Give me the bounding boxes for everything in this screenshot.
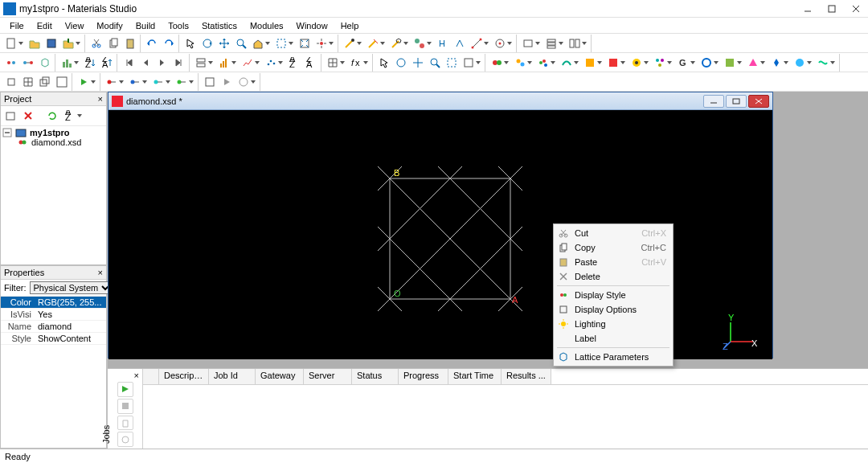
center-view-button[interactable] (313, 35, 336, 51)
create-centroid-button[interactable] (492, 35, 514, 51)
menu-window[interactable]: Window (290, 19, 334, 32)
jobs-col-results[interactable]: Results ... (502, 369, 551, 384)
properties-close-icon[interactable]: × (98, 268, 103, 277)
jobs-col-progress[interactable]: Progress (399, 369, 448, 384)
modify-element-button[interactable] (411, 35, 434, 51)
func-insert-button[interactable]: fx (348, 55, 371, 71)
jobs-col-server[interactable]: Server (304, 369, 352, 384)
cell-single-button[interactable] (3, 74, 19, 90)
module-7-button[interactable] (628, 55, 651, 71)
copy-button[interactable] (105, 35, 121, 51)
context-menu-display-style[interactable]: Display Style (554, 288, 673, 302)
grid-toggle-button[interactable] (325, 55, 347, 71)
picker-zoom-button[interactable] (427, 55, 443, 71)
jobs-delete-button[interactable] (117, 416, 133, 431)
redo-button[interactable] (161, 35, 177, 51)
jobs-col-starttime[interactable]: Start Time (448, 369, 502, 384)
context-menu-lattice-parameters[interactable]: Lattice Parameters (554, 350, 673, 364)
cell-grid-button[interactable] (20, 74, 36, 90)
menu-help[interactable]: Help (334, 19, 366, 32)
prop-row-color[interactable]: ColorRGB(255, 255... (1, 297, 106, 309)
cell-full-button[interactable] (54, 74, 70, 90)
import-button[interactable] (60, 35, 83, 51)
next-last-button[interactable] (171, 55, 187, 71)
doc-close-button[interactable] (748, 95, 769, 108)
jobs-stop-button[interactable] (117, 399, 133, 414)
jobs-run-button[interactable] (117, 382, 133, 397)
bond-red-button[interactable] (104, 74, 126, 90)
sort-chart-asc-button[interactable]: AZ (286, 55, 302, 71)
split-view-button[interactable] (567, 35, 589, 51)
menu-statistics[interactable]: Statistics (195, 19, 244, 32)
sketch-fragment-button[interactable] (365, 35, 387, 51)
open-button[interactable] (27, 35, 43, 51)
module-1-button[interactable] (489, 55, 511, 71)
module-12-button[interactable] (745, 55, 768, 71)
sketch-ring-button[interactable] (388, 35, 411, 51)
picker-rotate-button[interactable] (393, 55, 409, 71)
sort-asc-button[interactable]: AZ (82, 55, 98, 71)
picker-fit-button[interactable] (461, 55, 483, 71)
project-new-folder-button[interactable] (2, 108, 18, 124)
clean-button[interactable] (452, 35, 468, 51)
chart-bar-button[interactable] (216, 55, 239, 71)
paste-button[interactable] (122, 35, 138, 51)
context-menu-lighting[interactable]: Lighting (554, 317, 673, 331)
picker-pointer-button[interactable] (376, 55, 392, 71)
project-tree-item[interactable]: diamond.xsd (2, 137, 104, 147)
bond-blue-button[interactable] (127, 74, 149, 90)
jobs-col-description[interactable]: Descript... (159, 369, 209, 384)
jobs-table-body[interactable] (143, 385, 868, 449)
jobs-col-status[interactable]: Status (352, 369, 399, 384)
bond-cyan-button[interactable] (150, 74, 173, 90)
menu-modify[interactable]: Modify (90, 19, 129, 32)
context-menu-display-options[interactable]: Display Options (554, 302, 673, 317)
crystal-dialog-button[interactable] (37, 55, 53, 71)
context-menu-copy[interactable]: CopyCtrl+C (554, 240, 673, 255)
fit-view-button[interactable] (297, 35, 313, 51)
prop-row-style[interactable]: StyleShowContent (1, 333, 106, 345)
module-15-button[interactable] (815, 55, 837, 71)
sort-chart-desc-button[interactable]: ZA (303, 55, 319, 71)
module-2-button[interactable] (512, 55, 534, 71)
picker-move-button[interactable] (410, 55, 426, 71)
module-5-button[interactable] (582, 55, 604, 71)
bonds-dialog-button[interactable] (20, 55, 36, 71)
picker-region-button[interactable] (444, 55, 460, 71)
filter-select[interactable]: Physical System (30, 281, 113, 294)
toggle-view-button[interactable] (520, 35, 542, 51)
menu-view[interactable]: View (59, 19, 91, 32)
adjust-hydrogen-button[interactable]: H (435, 35, 451, 51)
tile-horiz-button[interactable] (193, 55, 215, 71)
module-8-button[interactable] (652, 55, 674, 71)
rotate-button[interactable] (199, 35, 215, 51)
project-tree-root[interactable]: my1stpro (2, 128, 104, 137)
project-close-icon[interactable]: × (98, 94, 103, 104)
zoom-button[interactable] (233, 35, 249, 51)
module-3-button[interactable] (535, 55, 558, 71)
jobs-tab-label[interactable]: Jobs (101, 425, 111, 444)
prev-first-button[interactable] (121, 55, 137, 71)
menu-build[interactable]: Build (129, 19, 162, 32)
cut-button[interactable] (88, 35, 104, 51)
menu-edit[interactable]: Edit (31, 19, 59, 32)
prop-row-isvisible[interactable]: IsVisiYes (1, 309, 106, 321)
home-view-button[interactable] (250, 35, 272, 51)
project-delete-button[interactable] (20, 108, 36, 124)
jobs-settings-button[interactable] (117, 432, 133, 447)
module-6-button[interactable] (605, 55, 628, 71)
project-refresh-button[interactable] (44, 108, 60, 124)
module-13-button[interactable] (768, 55, 791, 71)
module-9-button[interactable]: G (675, 55, 698, 71)
new-doc-button[interactable] (3, 35, 26, 51)
module-14-button[interactable] (792, 55, 814, 71)
maximize-button[interactable] (820, 0, 844, 18)
minimize-button[interactable] (796, 0, 820, 18)
measure-distance-button[interactable] (469, 35, 491, 51)
module-11-button[interactable] (722, 55, 744, 71)
project-sort-button[interactable]: AZ (62, 108, 84, 124)
cell-cascade-button[interactable] (37, 74, 53, 90)
chart-scatter-button[interactable] (263, 55, 285, 71)
menu-file[interactable]: File (3, 19, 31, 32)
doc-minimize-button[interactable] (703, 95, 724, 108)
